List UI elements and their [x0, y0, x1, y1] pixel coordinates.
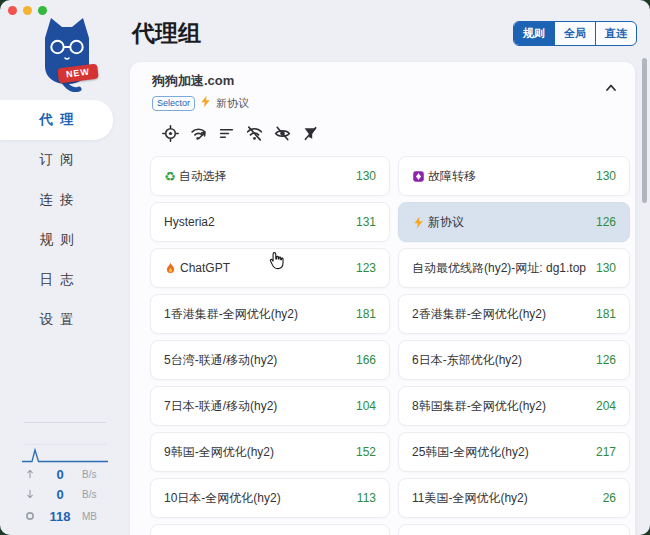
scrollbar[interactable]	[642, 58, 647, 203]
proxy-name: 11美国-全网优化(hy2)	[412, 490, 528, 507]
proxy-latency: 126	[596, 215, 616, 229]
stat-row: 0B/s	[0, 464, 130, 484]
proxy-latency: 130	[356, 169, 376, 183]
proxy-card[interactable]: 6日本-东部优化(hy2)126	[398, 340, 630, 380]
proxy-name: 25韩国-全网优化(hy2)	[412, 444, 529, 461]
proxy-name: 7日本-联通/移动(hy2)	[164, 398, 277, 415]
proxy-name: 10日本-全网优化(hy2)	[164, 490, 281, 507]
window-controls	[8, 6, 47, 15]
zoom-window-button[interactable]	[38, 6, 47, 15]
proxy-name: 5台湾-联通/移动(hy2)	[164, 352, 277, 369]
proxy-latency: 123	[356, 261, 376, 275]
wifi-off-icon[interactable]	[246, 125, 263, 142]
proxy-latency: 152	[356, 445, 376, 459]
group-type-badge: Selector	[152, 96, 195, 111]
proxy-card[interactable]: 25韩国-全网优化(hy2)217	[398, 432, 630, 472]
divider	[24, 422, 106, 423]
proxy-latency: 181	[596, 307, 616, 321]
proxy-name: 自动最优线路(hy2)-网址: dg1.top	[412, 260, 586, 277]
proxy-card[interactable]: 8韩国集群-全网优化(hy2)204	[398, 386, 630, 426]
proxy-name: 8韩国集群-全网优化(hy2)	[412, 398, 546, 415]
proxy-name: Hysteria2	[164, 215, 215, 229]
mode-button-0[interactable]: 规则	[514, 22, 554, 45]
recycle-icon: ♻	[164, 170, 176, 183]
sort-icon[interactable]	[218, 125, 235, 142]
arrow-down-icon	[22, 488, 38, 500]
proxy-latency: 217	[596, 445, 616, 459]
proxy-card[interactable]: 11美国-全网优化(hy2)26	[398, 478, 630, 518]
eye-off-icon[interactable]	[274, 125, 291, 142]
sidebar-item-0[interactable]: 代理	[0, 100, 113, 140]
proxy-name: 9韩国-全网优化(hy2)	[164, 444, 274, 461]
proxy-latency: 181	[356, 307, 376, 321]
traffic-widget: 0B/s0B/s118MB	[0, 422, 130, 535]
proxy-latency: 131	[356, 215, 376, 229]
proxy-card[interactable]: 1香港集群-全网优化(hy2)181	[150, 294, 390, 334]
failover-icon	[412, 170, 425, 183]
stat-value: 0	[38, 487, 82, 502]
proxy-card[interactable]: 2香港集群-全网优化(hy2)181	[398, 294, 630, 334]
proxy-card[interactable]: 7日本-联通/移动(hy2)104	[150, 386, 390, 426]
locate-icon[interactable]	[162, 125, 179, 142]
speedtest-icon[interactable]	[190, 125, 207, 142]
proxy-name: ♻自动选择	[164, 168, 227, 185]
proxy-latency: 204	[596, 399, 616, 413]
proxy-card[interactable]: 新协议126	[398, 202, 630, 242]
sidebar-item-3[interactable]: 规则	[0, 220, 113, 260]
proxy-latency: 26	[603, 491, 616, 505]
proxy-card[interactable]: ♻自动选择130	[150, 156, 390, 196]
proxy-grid: ♻自动选择130故障转移130Hysteria2131新协议126ChatGPT…	[130, 142, 635, 535]
group-name: 狗狗加速.com	[152, 72, 249, 90]
stat-value: 0	[38, 467, 82, 482]
proxy-name: 2香港集群-全网优化(hy2)	[412, 306, 546, 323]
proxy-card[interactable]: 9韩国-全网优化(hy2)152	[150, 432, 390, 472]
mode-switch: 规则全局直连	[513, 21, 637, 46]
proxy-latency: 130	[596, 261, 616, 275]
sidebar-menu: 代理订阅连接规则日志设置	[0, 100, 130, 340]
proxy-card[interactable]: 13迪拜-电信/移动/南方联通(hy2)370	[398, 524, 630, 535]
group-selected-node: 新协议	[216, 96, 249, 111]
proxy-card[interactable]: ChatGPT123	[150, 248, 390, 288]
mode-button-2[interactable]: 直连	[595, 22, 636, 45]
filter-off-icon[interactable]	[302, 125, 319, 142]
stat-unit: B/s	[82, 469, 108, 480]
proxy-name: 1香港集群-全网优化(hy2)	[164, 306, 298, 323]
page-title: 代理组	[132, 18, 201, 49]
stat-row: 118MB	[0, 506, 130, 526]
mode-button-1[interactable]: 全局	[554, 22, 595, 45]
proxy-card[interactable]: 自动最优线路(hy2)-网址: dg1.top130	[398, 248, 630, 288]
close-window-button[interactable]	[8, 6, 17, 15]
traffic-sparkline	[22, 447, 108, 464]
group-header: 狗狗加速.com Selector 新协议	[130, 62, 635, 112]
proxy-name: 故障转移	[412, 168, 476, 185]
sidebar-item-1[interactable]: 订阅	[0, 140, 113, 180]
sidebar-item-4[interactable]: 日志	[0, 260, 113, 300]
chevron-up-icon[interactable]	[603, 80, 619, 96]
proxy-latency: 104	[356, 399, 376, 413]
sidebar-item-5[interactable]: 设置	[0, 300, 113, 340]
main-header: 代理组 规则全局直连	[130, 0, 650, 60]
gridline	[24, 444, 106, 445]
group-subtitle: Selector 新协议	[152, 94, 249, 112]
bolt-icon	[199, 94, 212, 112]
minimize-window-button[interactable]	[23, 6, 32, 15]
sidebar-item-2[interactable]: 连接	[0, 180, 113, 220]
ring-icon	[22, 510, 38, 522]
proxy-group-panel: 狗狗加速.com Selector 新协议 ♻自动选择130故障转移130Hys…	[130, 62, 635, 535]
proxy-card[interactable]: 故障转移130	[398, 156, 630, 196]
proxy-card[interactable]: Hysteria2131	[150, 202, 390, 242]
group-toolbar	[130, 112, 635, 142]
proxy-latency: 166	[356, 353, 376, 367]
proxy-card[interactable]: 5台湾-联通/移动(hy2)166	[150, 340, 390, 380]
proxy-name: ChatGPT	[164, 261, 230, 275]
fire-icon	[164, 262, 177, 275]
proxy-latency: 130	[596, 169, 616, 183]
proxy-name: 新协议	[412, 214, 464, 231]
stat-unit: B/s	[82, 489, 108, 500]
sidebar: NEW 代理订阅连接规则日志设置 0B/s0B/s118MB	[0, 0, 130, 535]
proxy-card[interactable]: 12美国凤凰城-全网优化(hy2)77	[150, 524, 390, 535]
proxy-name: 6日本-东部优化(hy2)	[412, 352, 522, 369]
stat-unit: MB	[82, 511, 108, 522]
bolt-icon	[412, 216, 425, 229]
proxy-card[interactable]: 10日本-全网优化(hy2)113	[150, 478, 390, 518]
